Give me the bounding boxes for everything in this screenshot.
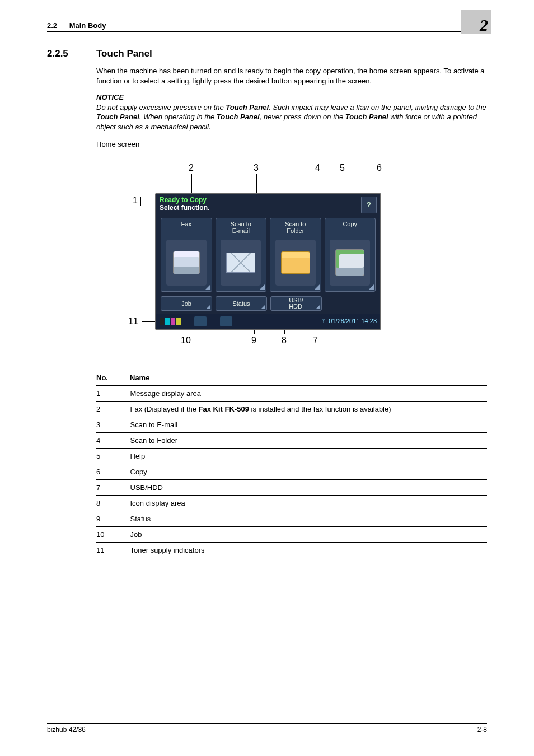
table-cell-no: 2	[96, 401, 130, 417]
mail-icon	[221, 240, 261, 286]
callout-6: 6	[377, 163, 382, 173]
function-tiles: Fax Scan to E-mail Scan to Folder	[161, 218, 376, 292]
status-button[interactable]: Status	[216, 296, 267, 311]
fax-tile[interactable]: Fax	[161, 218, 212, 292]
notice-text-1: Do not apply excessive pressure on the	[96, 103, 226, 111]
table-row: 2Fax (Displayed if the Fax Kit FK-509 is…	[96, 401, 487, 417]
callout-line	[140, 197, 141, 206]
toner-supply-indicators	[160, 318, 181, 325]
table-row: 5Help	[96, 448, 487, 464]
table-cell-no: 5	[96, 448, 130, 464]
help-button[interactable]: ?	[361, 197, 377, 213]
toner-k-icon	[160, 318, 164, 325]
home-screen-label: Home screen	[96, 139, 487, 150]
message-line-2: Select function.	[160, 204, 377, 212]
table-cell-no: 10	[96, 526, 130, 542]
callout-8: 8	[282, 335, 287, 346]
table-cell-name: Copy	[130, 464, 487, 479]
table-header-row: No. Name	[96, 370, 487, 386]
callout-7: 7	[313, 335, 318, 346]
header-section-name: Main Body	[69, 21, 106, 30]
table-cell-no: 6	[96, 464, 130, 479]
touch-panel-term-3: Touch Panel	[217, 113, 260, 121]
table-cell-no: 11	[96, 542, 130, 558]
notice-body: Do not apply excessive pressure on the T…	[96, 102, 487, 132]
table-row: 3Scan to E-mail	[96, 417, 487, 432]
message-display-area: Ready to Copy Select function.	[160, 197, 377, 212]
table-cell-name: Scan to E-mail	[130, 417, 487, 432]
toner-y-icon	[176, 318, 181, 325]
touch-panel-term-2: Touch Panel	[96, 113, 139, 121]
callout-4: 4	[315, 163, 320, 173]
touch-panel-term-1: Touch Panel	[226, 103, 269, 111]
toner-c-icon	[165, 318, 170, 325]
footer-left: bizhub 42/36	[47, 726, 86, 734]
header-chapter-number: 2	[480, 16, 488, 35]
copy-icon	[330, 240, 370, 286]
corner-icon	[205, 284, 210, 290]
content: 2.2.5 Touch Panel When the machine has b…	[47, 48, 487, 558]
notice-label: NOTICE	[96, 92, 487, 102]
usb-hdd-button[interactable]: USB/ HDD	[270, 296, 322, 311]
bottom-buttons: Job Status USB/ HDD	[161, 296, 376, 311]
job-button[interactable]: Job	[161, 296, 212, 311]
icon-display-area: ⟟ 01/28/2011 14:23	[156, 314, 380, 329]
antenna-icon: ⟟	[322, 318, 325, 324]
corner-icon	[314, 284, 320, 290]
corner-icon	[261, 305, 265, 309]
table-cell-name: Scan to Folder	[130, 432, 487, 448]
page-header: 2.2 Main Body 2	[47, 18, 487, 32]
fax-icon	[166, 240, 207, 286]
table-row: 4Scan to Folder	[96, 432, 487, 448]
folder-icon	[275, 240, 316, 286]
callout-11: 11	[128, 316, 138, 326]
callout-10: 10	[181, 335, 191, 346]
fax-label: Fax	[161, 218, 212, 235]
table-head-name: Name	[130, 370, 487, 386]
copy-tile[interactable]: Copy	[325, 218, 376, 292]
usb-hdd-label: USB/ HDD	[289, 297, 303, 310]
table-head-no: No.	[96, 370, 130, 386]
corner-icon	[368, 284, 374, 290]
table-cell-no: 3	[96, 417, 130, 432]
corner-icon	[206, 305, 210, 309]
table-cell-name: USB/HDD	[130, 479, 487, 495]
callout-9: 9	[251, 335, 256, 346]
subsection-title: Touch Panel	[96, 48, 152, 59]
copy-label: Copy	[325, 218, 376, 235]
datetime-display: ⟟ 01/28/2011 14:23	[322, 318, 377, 325]
scan-to-email-tile[interactable]: Scan to E-mail	[216, 218, 267, 292]
corner-icon	[259, 284, 265, 290]
callout-2: 2	[189, 163, 194, 173]
table-cell-name: Message display area	[130, 385, 487, 401]
table-cell-name: Icon display area	[130, 495, 487, 511]
status-label: Status	[232, 300, 250, 307]
callout-3: 3	[254, 163, 259, 173]
table-row: 1Message display area	[96, 385, 487, 401]
header-chapter-box: 2	[461, 10, 491, 34]
callout-1: 1	[133, 195, 138, 206]
table-row: 6Copy	[96, 464, 487, 479]
page-footer: bizhub 42/36 2-8	[47, 723, 487, 734]
status-icon	[220, 316, 232, 326]
scan-email-label: Scan to E-mail	[216, 218, 266, 235]
table-cell-no: 4	[96, 432, 130, 448]
touch-panel-term-4: Touch Panel	[345, 113, 388, 121]
table-cell-name: Job	[130, 526, 487, 542]
status-icon	[194, 316, 207, 326]
table-cell-name: Toner supply indicators	[130, 542, 487, 558]
table-row: 9Status	[96, 511, 487, 526]
header-section-number: 2.2	[47, 21, 57, 30]
table-cell-no: 8	[96, 495, 130, 511]
scan-to-folder-tile[interactable]: Scan to Folder	[270, 218, 321, 292]
table-row: 8Icon display area	[96, 495, 487, 511]
table-cell-no: 1	[96, 385, 130, 401]
touch-panel-screen: Ready to Copy Select function. ? Fax Sca…	[155, 193, 381, 330]
callout-table: No. Name 1Message display area2Fax (Disp…	[96, 370, 487, 558]
subsection-heading: 2.2.5 Touch Panel	[47, 48, 487, 59]
toner-m-icon	[171, 318, 175, 325]
table-cell-name: Help	[130, 448, 487, 464]
table-cell-name: Status	[130, 511, 487, 526]
table-cell-no: 9	[96, 511, 130, 526]
callout-5: 5	[340, 163, 345, 173]
